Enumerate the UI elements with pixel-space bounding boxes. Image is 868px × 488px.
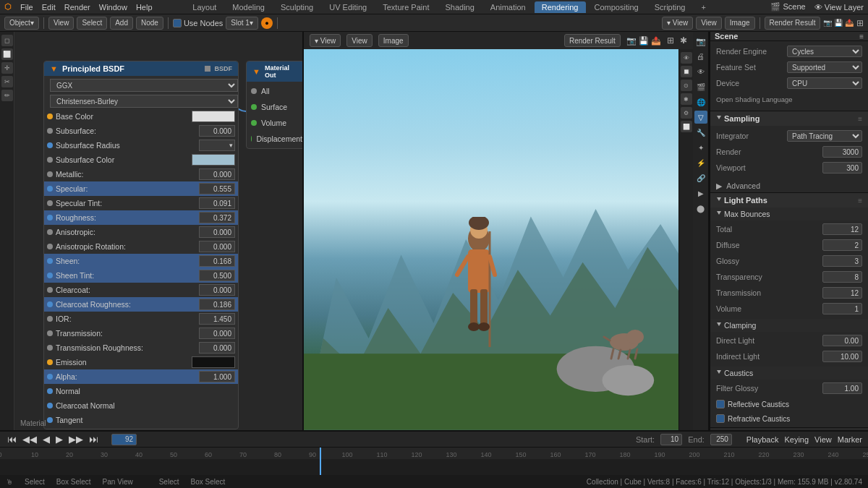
props-modifier-icon[interactable]: 🔧 — [694, 126, 707, 139]
props-world-icon[interactable]: 🌐 — [694, 95, 707, 108]
anisotropic-rotation-value[interactable]: 0.000 — [199, 241, 235, 252]
glossy-bounces-value[interactable]: 3 — [822, 255, 862, 267]
subsurface-radius-value[interactable]: ▾ — [199, 140, 235, 151]
sheen-value[interactable]: 0.168 — [199, 255, 235, 267]
props-physics-icon[interactable]: ⚡ — [694, 156, 707, 169]
select-button[interactable]: Select — [77, 17, 107, 30]
transport-back[interactable]: ◀ — [41, 434, 51, 445]
transmission-bounces-value[interactable]: 12 — [822, 287, 862, 299]
light-paths-header[interactable]: Light Paths ≡ — [710, 193, 868, 207]
tool-cut[interactable]: ✂ — [1, 76, 13, 87]
image-btn[interactable]: Image — [725, 17, 755, 30]
props-output-icon[interactable]: 🖨 — [694, 50, 707, 63]
keying-menu[interactable]: Keying — [784, 435, 809, 444]
diffuse-bounces-value[interactable]: 2 — [822, 239, 862, 251]
tool-box[interactable]: ⬜ — [1, 48, 13, 60]
viewport-icon-1[interactable]: 👁 — [681, 52, 692, 64]
specular-value[interactable]: 0.555 — [199, 183, 235, 194]
playback-menu[interactable]: Playback — [746, 435, 779, 444]
menu-help[interactable]: Help — [136, 3, 153, 12]
reflective-caustics-checkbox[interactable] — [716, 400, 725, 408]
viewport-icon-5[interactable]: ⚙ — [681, 107, 692, 119]
marker-menu[interactable]: Marker — [838, 435, 862, 444]
sampling-menu-icon[interactable]: ≡ — [858, 115, 862, 123]
viewport-result-label[interactable]: Render Result — [564, 34, 621, 47]
blender-logo[interactable]: ⬡ — [4, 2, 12, 12]
overlay-icon[interactable]: ⊞ — [856, 18, 864, 28]
tab-shading[interactable]: Shading — [438, 1, 481, 13]
props-material-icon[interactable]: ⬤ — [694, 202, 707, 215]
device-select[interactable]: CPU — [787, 77, 862, 89]
use-nodes-checkbox[interactable] — [173, 19, 182, 27]
viewport-image-btn[interactable]: Image — [378, 34, 409, 47]
tab-animation[interactable]: Animation — [483, 1, 533, 13]
timeline-track-body[interactable] — [0, 459, 868, 475]
viewport-overlay-icon[interactable]: ⊞ — [667, 35, 674, 46]
view-btn-2[interactable]: ▾ View — [662, 17, 693, 30]
menu-render[interactable]: Render — [64, 3, 90, 12]
subsurface-color-value[interactable] — [192, 154, 235, 166]
menu-file[interactable]: File — [20, 3, 33, 12]
transport-play[interactable]: ▶ — [54, 434, 64, 445]
tab-modeling[interactable]: Modeling — [225, 1, 272, 13]
metallic-value[interactable]: 0.000 — [199, 168, 235, 180]
props-scene-icon[interactable]: 🎬 — [694, 80, 707, 93]
view-menu[interactable]: View — [814, 435, 832, 444]
menu-edit[interactable]: Edit — [42, 3, 56, 12]
transport-back-fast[interactable]: ◀◀ — [21, 434, 38, 445]
viewport-icon-2[interactable]: 🔲 — [681, 66, 692, 77]
transport-forward[interactable]: ▶▶ — [67, 434, 85, 445]
props-particles-icon[interactable]: ✦ — [694, 141, 707, 154]
ior-value[interactable]: 1.450 — [199, 313, 235, 325]
emission-value[interactable] — [192, 356, 235, 368]
render-result-label[interactable]: Render Result — [765, 17, 821, 30]
tab-scripting[interactable]: Scripting — [647, 1, 693, 13]
feature-set-select[interactable]: Supported — [787, 61, 862, 73]
view-btn-3[interactable]: View — [696, 17, 722, 30]
sheen-tint-value[interactable]: 0.500 — [199, 270, 235, 281]
current-frame-field[interactable]: 92 — [111, 434, 137, 445]
clearcoat-value[interactable]: 0.000 — [199, 284, 235, 296]
total-bounces-value[interactable]: 12 — [822, 223, 862, 235]
volume-bounces-value[interactable]: 1 — [822, 303, 862, 314]
scene-options-icon[interactable]: ≡ — [859, 33, 864, 40]
viewport-view-btn[interactable]: ▾ View — [310, 34, 341, 47]
tab-texture-paint[interactable]: Texture Paint — [375, 1, 436, 13]
refractive-caustics-checkbox[interactable] — [716, 414, 725, 423]
max-bounces-header[interactable]: Max Bounces — [710, 207, 868, 221]
distribution-select[interactable]: GGX — [50, 79, 238, 92]
base-color-value[interactable] — [192, 111, 235, 122]
end-frame-field[interactable]: 250 — [710, 434, 732, 445]
direct-light-value[interactable]: 0.00 — [822, 335, 862, 346]
transmission-value[interactable]: 0.000 — [199, 328, 235, 339]
viewport-icon-6[interactable]: ⬜ — [681, 121, 692, 132]
alpha-value[interactable]: 1.000 — [199, 371, 235, 382]
props-render-icon[interactable]: 📷 — [694, 35, 707, 48]
props-constraints-icon[interactable]: 🔗 — [694, 171, 707, 184]
clamping-header[interactable]: Clamping — [710, 319, 868, 332]
props-view-layer-icon[interactable]: 👁 — [694, 65, 707, 78]
sampling-header[interactable]: Sampling ≡ — [710, 111, 868, 126]
subsurface-method-select[interactable]: Christensen-Burley — [50, 95, 238, 108]
props-object-icon[interactable]: ▽ — [694, 111, 707, 124]
transport-start[interactable]: ⏮ — [6, 434, 18, 445]
specular-tint-value[interactable]: 0.091 — [199, 197, 235, 209]
advanced-link[interactable]: ▶ Advanced — [710, 179, 868, 192]
render-viewport[interactable]: ▾ View View Image Render Result 📷 💾 📤 ⊞ … — [304, 32, 693, 430]
roughness-value[interactable]: 0.372 — [199, 212, 235, 223]
view-layer-selector[interactable]: 👁 View Layer — [814, 3, 864, 12]
anisotropic-value[interactable]: 0.000 — [199, 226, 235, 238]
indirect-light-value[interactable]: 10.00 — [822, 351, 862, 362]
add-button[interactable]: Add — [110, 17, 133, 30]
slot-dropdown[interactable]: Slot 1 ▾ — [226, 17, 258, 30]
viewport-icon-3[interactable]: ⊙ — [681, 80, 692, 91]
mat-collapse-icon[interactable]: ▼ — [252, 67, 260, 76]
principled-bsdf-node[interactable]: ▼ Principled BSDF BSDF GGX — [43, 61, 239, 429]
tab-rendering[interactable]: Rendering — [535, 1, 586, 13]
transparency-bounces-value[interactable]: 8 — [822, 271, 862, 283]
node-editor-canvas[interactable]: ▼ Principled BSDF BSDF GGX — [14, 32, 302, 430]
transmission-roughness-value[interactable]: 0.000 — [199, 342, 235, 354]
viewport-gizmo-icon[interactable]: ✱ — [680, 35, 687, 46]
integrator-select[interactable]: Path Tracing — [787, 130, 862, 142]
light-paths-menu-icon[interactable]: ≡ — [858, 197, 862, 205]
